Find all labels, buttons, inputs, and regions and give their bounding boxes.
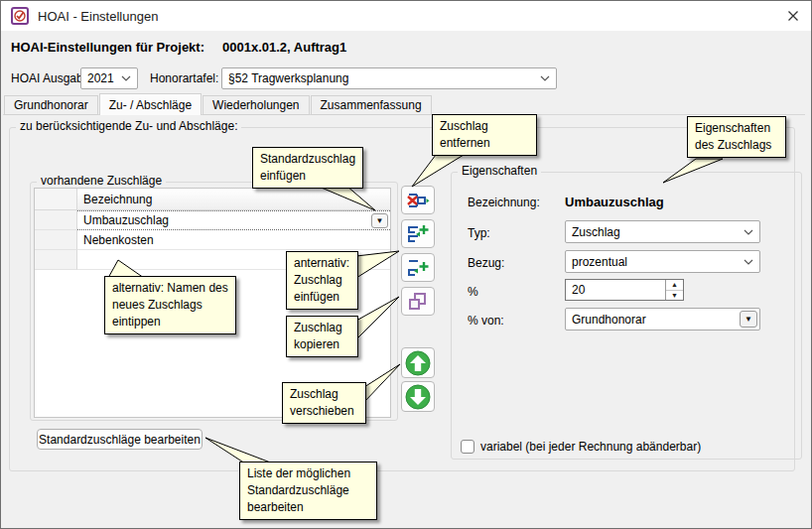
move-up-button[interactable] bbox=[401, 347, 435, 378]
tooltip-zuschlag-verschieben: Zuschlag verschieben bbox=[282, 382, 366, 424]
variabel-label: variabel (bei jeder Rechnung abänderbar) bbox=[480, 440, 701, 454]
chevron-down-icon bbox=[744, 259, 753, 265]
typ-label: Typ: bbox=[468, 226, 490, 240]
table-row[interactable]: Umbauzuschlag ▼ bbox=[35, 210, 390, 230]
spin-up-icon: ▲ bbox=[671, 281, 678, 288]
chevron-down-icon bbox=[744, 229, 753, 235]
insert-standard-surcharge-button[interactable] bbox=[401, 219, 435, 248]
bezeichnung-value: Umbauzuschlag bbox=[565, 195, 664, 209]
spin-down-button[interactable]: ▼ bbox=[666, 291, 683, 301]
row-selector-header bbox=[35, 189, 77, 210]
percent-spinner: ▲ ▼ bbox=[665, 280, 683, 300]
bezeichnung-label: Bezeichnung: bbox=[468, 196, 540, 209]
project-header-value: 0001x.01.2, Auftrag1 bbox=[222, 40, 346, 55]
insert-surcharge-button[interactable] bbox=[401, 253, 435, 282]
row-dropdown-button[interactable]: ▼ bbox=[371, 213, 388, 228]
tab-zu-abschlaege[interactable]: Zu- / Abschläge bbox=[99, 93, 202, 115]
percent-label: % bbox=[468, 285, 478, 299]
row-selector[interactable] bbox=[35, 230, 77, 250]
tooltip-liste-bearbeiten: Liste der möglichen Standardzuschläge be… bbox=[239, 462, 377, 520]
percent-von-value: Grundhonorar bbox=[572, 313, 736, 327]
chevron-down-icon bbox=[540, 75, 550, 81]
percent-von-label: % von: bbox=[468, 314, 504, 328]
honorartafel-select[interactable]: §52 Tragwerksplanung bbox=[221, 67, 557, 89]
close-icon bbox=[787, 10, 799, 22]
percent-input[interactable]: 20 ▲ ▼ bbox=[565, 279, 684, 301]
move-down-button[interactable] bbox=[401, 381, 435, 412]
ausgabe-value: 2021 bbox=[87, 71, 117, 85]
arrow-up-icon bbox=[405, 350, 431, 376]
typ-select[interactable]: Zuschlag bbox=[565, 220, 760, 243]
honorartafel-label: Honorartafel: bbox=[150, 71, 218, 85]
dropdown-arrow-icon: ▼ bbox=[376, 217, 384, 225]
bezug-select[interactable]: prozentual bbox=[565, 250, 760, 273]
tab-zusammenfassung[interactable]: Zusammenfassung bbox=[311, 95, 432, 115]
remove-icon bbox=[406, 190, 430, 211]
insert-plus-icon bbox=[406, 257, 430, 279]
project-header: HOAI-Einstellungen für Projekt: 0001x.01… bbox=[11, 40, 346, 55]
chevron-down-icon bbox=[121, 75, 131, 81]
tooltip-standardzuschlag-einfuegen: Standardzuschlag einfügen bbox=[252, 147, 363, 189]
bezug-label: Bezug: bbox=[468, 256, 504, 270]
typ-value: Zuschlag bbox=[572, 225, 740, 239]
tooltip-alternativ-name: alternativ: Namen des neues Zuschlags ei… bbox=[104, 276, 236, 334]
honorartafel-value: §52 Tragwerksplanung bbox=[228, 71, 536, 85]
tab-grundhonorar[interactable]: Grundhonorar bbox=[4, 95, 98, 115]
window-title: HOAI - Einstellungen bbox=[38, 9, 158, 24]
cell-bezeichnung[interactable]: Umbauzuschlag ▼ bbox=[77, 210, 390, 230]
row-selector[interactable] bbox=[35, 210, 77, 230]
project-header-label: HOAI-Einstellungen für Projekt: bbox=[11, 40, 204, 55]
dropdown-arrow-icon: ▼ bbox=[744, 316, 752, 324]
bezug-value: prozentual bbox=[572, 255, 740, 269]
tooltip-eigenschaften-des-zuschlags: Eigenschaften des Zuschlags bbox=[687, 116, 786, 158]
variabel-checkbox[interactable] bbox=[461, 440, 474, 454]
properties-groupbox-label: Eigenschaften bbox=[458, 164, 541, 178]
tooltip-anternativ-einfuegen: anternativ: Zuschlag einfügen bbox=[286, 251, 358, 310]
tabstrip: Grundhonorar Zu- / Abschläge Wiederholun… bbox=[4, 93, 433, 115]
tooltip-zuschlag-kopieren: Zuschlag kopieren bbox=[286, 316, 358, 357]
main-groupbox-label: zu berücksichtigende Zu- und Abschläge: bbox=[16, 119, 241, 133]
copy-surcharge-button[interactable] bbox=[401, 287, 435, 316]
cell-text: Umbauzuschlag bbox=[83, 213, 169, 227]
row-selector[interactable] bbox=[35, 250, 77, 270]
variabel-row: variabel (bei jeder Rechnung abänderbar) bbox=[461, 440, 701, 454]
edit-standard-surcharges-button[interactable]: Standardzuschläge bearbeiten bbox=[37, 429, 203, 450]
titlebar: HOAI - Einstellungen bbox=[1, 1, 811, 31]
ausgabe-select[interactable]: 2021 bbox=[80, 67, 138, 89]
surcharges-groupbox-label: vorhandene Zuschläge bbox=[37, 174, 166, 188]
table-row[interactable]: Nebenkosten bbox=[35, 230, 390, 250]
tooltip-zuschlag-entfernen: Zuschlag entfernen bbox=[432, 114, 537, 156]
arrow-down-icon bbox=[405, 384, 431, 410]
remove-surcharge-button[interactable] bbox=[401, 186, 435, 214]
percent-von-select[interactable]: Grundhonorar ▼ bbox=[565, 308, 760, 331]
cell-bezeichnung[interactable]: Nebenkosten bbox=[77, 230, 390, 250]
cell-text: Nebenkosten bbox=[83, 233, 154, 247]
spin-down-icon: ▼ bbox=[671, 292, 678, 299]
percent-value[interactable]: 20 bbox=[566, 280, 665, 300]
column-header-bezeichnung: Bezeichnung bbox=[77, 189, 390, 210]
percent-von-dropdown-button[interactable]: ▼ bbox=[740, 311, 757, 328]
tab-wiederholungen[interactable]: Wiederholungen bbox=[203, 95, 309, 115]
close-button[interactable] bbox=[781, 5, 805, 27]
insert-plus-icon bbox=[406, 223, 430, 245]
hoai-settings-window: HOAI - Einstellungen HOAI-Einstellungen … bbox=[0, 0, 812, 529]
spin-up-button[interactable]: ▲ bbox=[666, 280, 683, 291]
app-logo-icon bbox=[11, 7, 29, 25]
table-header-row: Bezeichnung bbox=[35, 189, 390, 210]
copy-icon bbox=[407, 291, 429, 313]
